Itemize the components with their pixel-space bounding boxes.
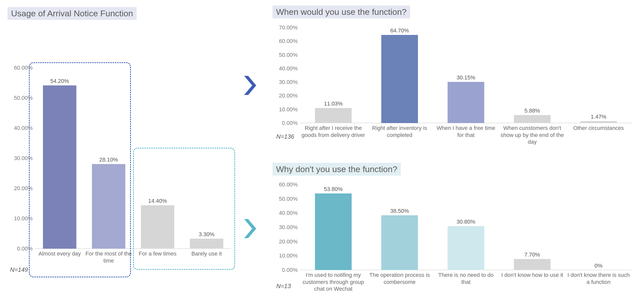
bar-cell: 30.80%	[433, 185, 499, 270]
chart-title-usage: Usage of Arrival Notice Function	[8, 7, 137, 20]
x-axis-labels: I'm used to notifing my customers throug…	[300, 272, 632, 292]
y-tick: 0.00%	[282, 267, 300, 273]
bar: 53.80%	[315, 193, 351, 270]
y-tick: 20.00%	[279, 92, 300, 99]
group-box-infrequent	[133, 148, 235, 270]
x-tick-label: Other circumstances	[565, 125, 632, 145]
x-tick-label: The operation process is combersome	[366, 272, 433, 292]
bar-value-label: 7.70%	[524, 251, 540, 259]
bar-cell: 0%	[565, 185, 632, 270]
arrow-icon-frequent	[244, 75, 256, 95]
y-tick: 40.00%	[279, 65, 300, 72]
x-tick-label: Right after inventory is completed	[366, 125, 433, 145]
y-tick: 30.00%	[279, 79, 300, 85]
bar-cell: 11.03%	[300, 28, 366, 123]
bar-value-label: 11.03%	[324, 100, 343, 108]
sample-size-usage: N=149	[10, 266, 28, 273]
bar-value-label: 30.80%	[457, 219, 475, 226]
bar: 7.70%	[514, 259, 550, 270]
bars: 11.03%64.70%30.15%5.88%1.47%	[300, 28, 632, 123]
bar-value-label: 30.15%	[457, 74, 475, 82]
y-tick: 10.00%	[279, 252, 300, 259]
y-tick: 50.00%	[279, 52, 300, 58]
chart-title-when: When would you use the function?	[273, 6, 410, 18]
y-tick: 60.00%	[279, 181, 300, 188]
sample-size-when: N=136	[276, 133, 294, 140]
y-tick: 40.00%	[279, 210, 300, 216]
bar: 30.80%	[448, 226, 484, 270]
bar-cell: 30.15%	[433, 28, 499, 123]
x-tick-label: When cunstomers don't show up by the end…	[499, 125, 565, 145]
bar: 11.03%	[315, 108, 351, 123]
bar: 64.70%	[381, 35, 418, 123]
bars: 53.80%38.50%30.80%7.70%0%	[300, 185, 632, 270]
chart-when: 0.00%10.00%20.00%30.00%40.00%50.00%60.00…	[273, 28, 632, 133]
bar-value-label: 0%	[595, 263, 603, 270]
sample-size-whynot: N=13	[276, 283, 291, 290]
bar-cell: 1.47%	[565, 28, 632, 123]
bar-cell: 38.50%	[366, 185, 433, 270]
bar: 1.47%	[580, 121, 617, 123]
x-axis-labels: Right after I receive the goods from del…	[300, 125, 632, 145]
plot-area: 0.00%10.00%20.00%30.00%40.00%50.00%60.00…	[300, 185, 632, 270]
chart-title-whynot: Why don't you use the function?	[273, 163, 401, 176]
x-tick-label: When I have a free time for that	[433, 125, 499, 145]
bar-cell: 5.88%	[499, 28, 565, 123]
bar: 30.15%	[448, 82, 484, 123]
y-tick: 30.00%	[279, 224, 300, 231]
bar: 38.50%	[381, 215, 418, 270]
bar: 5.88%	[514, 115, 550, 123]
y-tick: 20.00%	[279, 238, 300, 245]
y-tick: 0.00%	[282, 120, 300, 126]
y-tick: 50.00%	[279, 196, 300, 202]
bar-value-label: 5.88%	[524, 108, 540, 115]
bar-value-label: 38.50%	[390, 208, 409, 215]
bar-value-label: 53.80%	[324, 186, 343, 193]
y-tick: 60.00%	[279, 38, 300, 44]
bar-value-label: 1.47%	[591, 114, 606, 121]
y-tick: 10.00%	[279, 106, 300, 113]
x-tick-label: I don't know there is such a function	[565, 272, 632, 292]
x-tick-label: I'm used to notifing my customers throug…	[300, 272, 366, 292]
bar-cell: 64.70%	[366, 28, 433, 123]
x-tick-label: There is no need to do that	[433, 272, 499, 292]
bar-cell: 53.80%	[300, 185, 366, 270]
plot-area: 0.00%10.00%20.00%30.00%40.00%50.00%60.00…	[300, 28, 632, 123]
bar-value-label: 64.70%	[390, 27, 409, 35]
group-box-frequent	[29, 62, 131, 277]
bar-cell: 7.70%	[499, 185, 565, 270]
chart-whynot: 0.00%10.00%20.00%30.00%40.00%50.00%60.00…	[273, 185, 632, 280]
x-tick-label: I don't know how to use it	[499, 272, 565, 292]
x-tick-label: Right after I receive the goods from del…	[300, 125, 366, 145]
y-tick: 70.00%	[279, 24, 300, 31]
arrow-icon-infrequent	[244, 219, 256, 239]
